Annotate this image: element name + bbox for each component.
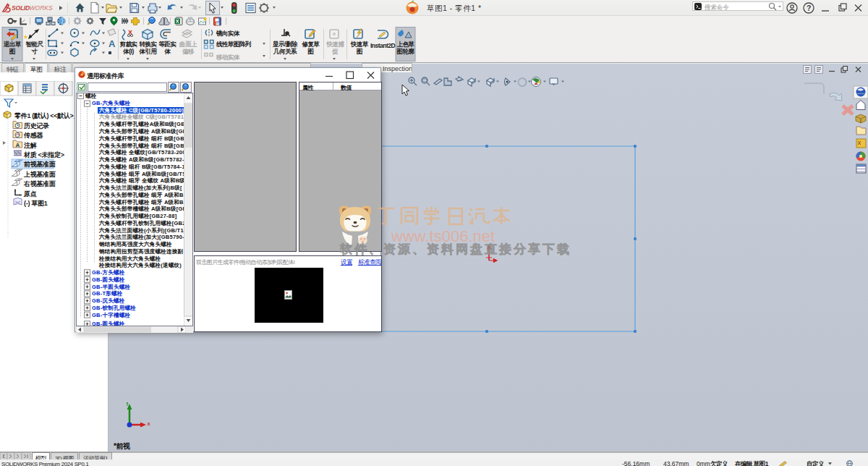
- svg-text:SOLID: SOLID: [12, 4, 30, 12]
- svg-text:A: A: [109, 38, 116, 49]
- svg-text:*前视: *前视: [114, 442, 131, 450]
- svg-text:WORKS: WORKS: [30, 4, 53, 12]
- svg-text:?: ?: [807, 4, 811, 12]
- svg-text:A: A: [16, 142, 20, 148]
